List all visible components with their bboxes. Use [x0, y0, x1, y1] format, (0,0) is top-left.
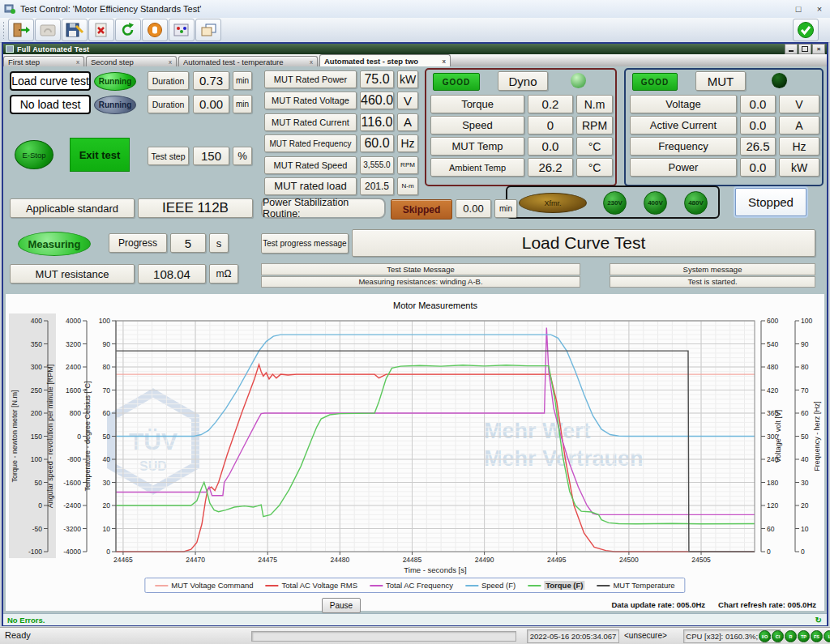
legend-item-speed-f-[interactable]: Speed (F) — [465, 581, 516, 590]
toolbar-exit-door-button[interactable] — [8, 19, 34, 41]
toolbar-save-button[interactable] — [62, 19, 88, 41]
toolbar-windows-button[interactable] — [195, 19, 221, 41]
svg-text:Frequency - herz [Hz]: Frequency - herz [Hz] — [813, 401, 821, 471]
legend-swatch — [370, 585, 383, 586]
svg-text:24465: 24465 — [113, 556, 133, 564]
tab-automated-test-temperature[interactable]: Automated test - temperaturex — [178, 56, 318, 66]
chart-canvas[interactable]: TÜVSÜDMehr WertMehr Vertrauen40035030025… — [6, 294, 824, 576]
rated-row-4-unit: RPM — [397, 156, 418, 174]
confirm-button[interactable] — [793, 19, 819, 41]
xfmr-indicator: Xfmr. — [519, 193, 587, 213]
mut-group: GOOD MUT Voltage0.0VActive Current0.0AFr… — [624, 68, 824, 186]
test-state-message-label: Test State Message — [261, 263, 580, 275]
series-torque-f- — [116, 365, 755, 524]
close-button[interactable]: × — [809, 1, 830, 17]
mut-row-1-value: 0.0 — [740, 116, 776, 134]
svg-text:80: 80 — [801, 363, 809, 371]
legend-swatch — [155, 585, 168, 586]
legend-swatch — [597, 585, 610, 586]
mut-resistance-unit: mΩ — [209, 264, 238, 284]
svg-text:40: 40 — [103, 455, 111, 463]
svg-text:540: 540 — [767, 340, 778, 348]
dyno-row-0-unit: N.m — [576, 95, 613, 113]
mut-row-3-value: 0.0 — [740, 158, 776, 177]
legend-item-torque-f-[interactable]: Torque (F) — [528, 581, 584, 590]
svg-text:20: 20 — [801, 501, 809, 510]
xfmr-tap-400v-led: 400V — [644, 191, 667, 215]
legend-item-total-ac-frequency[interactable]: Total AC Frequency — [370, 581, 453, 590]
mut-row-0: Voltage0.0V — [630, 95, 819, 113]
rated-row-1-label: MUT Rated Voltage — [264, 92, 357, 109]
exit-test-button[interactable]: Exit test — [70, 138, 130, 172]
svg-text:-800: -800 — [67, 455, 81, 463]
legend-swatch — [528, 585, 541, 586]
toolbar-stop-hand-button[interactable] — [142, 19, 168, 41]
delete-icon — [92, 22, 111, 38]
indicator-io: I/O — [759, 630, 771, 642]
no-load-duration-value: 0.00 — [193, 95, 229, 113]
dyno-row-0-value: 0.2 — [528, 95, 573, 113]
mut-row-1-unit: A — [779, 116, 819, 134]
revert-icon — [38, 22, 58, 38]
legend-item-mut-temperature[interactable]: MUT Temperature — [597, 581, 674, 590]
toolbar-revert-button[interactable] — [35, 19, 61, 41]
stopped-button[interactable]: Stopped — [735, 188, 806, 216]
tab-strip: First stepxSecond stepxAutomated test - … — [3, 54, 827, 66]
dyno-row-1-unit: RPM — [576, 116, 613, 134]
tab-first-step[interactable]: First stepx — [3, 56, 84, 66]
legend-item-mut-voltage-command[interactable]: MUT Voltage Command — [155, 581, 253, 590]
tab-automated-test-step-two[interactable]: Automated test - step twox — [319, 54, 451, 66]
rated-row-0-label: MUT Rated Power — [264, 70, 357, 88]
tab-second-step[interactable]: Second stepx — [86, 56, 177, 66]
chart-rates: Data update rate: 005.0Hz Chart refresh … — [611, 600, 816, 609]
svg-text:300: 300 — [31, 363, 42, 371]
error-status-text: No Errors. — [7, 616, 45, 625]
toolbar-configuration-button[interactable] — [169, 19, 195, 41]
mdi-close-button[interactable]: × — [812, 44, 825, 54]
legend-swatch — [465, 585, 478, 586]
svg-text:2400: 2400 — [66, 363, 81, 371]
stop-hand-icon — [145, 22, 165, 38]
rated-row-1: MUT Rated Voltage460.0V — [264, 92, 418, 109]
test-state-message: Test State Message Measuring resistances… — [261, 263, 580, 288]
toolbar-refresh-button[interactable] — [115, 19, 141, 41]
application-window: Test Control: 'Motor Efficiency Standard… — [0, 0, 830, 644]
xfmr-tap-480v-led: 480V — [684, 191, 708, 215]
mdi-minimize-button[interactable] — [785, 44, 798, 54]
svg-text:1600: 1600 — [66, 386, 81, 395]
tab-close-icon[interactable]: x — [76, 58, 79, 66]
svg-text:3200: 3200 — [66, 340, 81, 348]
mut-good-badge: GOOD — [632, 73, 678, 91]
pause-button[interactable]: Pause — [322, 598, 361, 613]
svg-text:0: 0 — [77, 433, 81, 441]
system-message-value: Test is started. — [610, 276, 815, 288]
svg-text:10: 10 — [801, 525, 809, 533]
stabilization-status-badge: Skipped — [391, 199, 452, 220]
svg-text:180: 180 — [767, 479, 778, 487]
svg-text:Motor Measurements: Motor Measurements — [393, 301, 477, 310]
svg-text:0: 0 — [767, 548, 771, 556]
rated-row-3-value: 60.0 — [360, 134, 394, 152]
maximize-button[interactable]: □ — [788, 1, 809, 17]
no-load-test-button[interactable]: No load test — [10, 95, 91, 114]
refresh-errors-icon[interactable]: ↻ — [815, 616, 822, 625]
load-curve-test-button[interactable]: Load curve test — [10, 71, 91, 91]
stabilization-value: 0.00 — [456, 199, 491, 218]
toolbar-grip[interactable] — [2, 21, 6, 39]
mut-readouts: Voltage0.0VActive Current0.0AFrequency26… — [630, 95, 819, 177]
svg-text:24480: 24480 — [331, 556, 350, 564]
window-title: Test Control: 'Motor Efficiency Standard… — [20, 4, 201, 14]
dyno-row-2-value: 0.0 — [528, 137, 573, 156]
toolbar-delete-button[interactable] — [88, 19, 114, 41]
motor-measurements-chart: TÜVSÜDMehr WertMehr Vertrauen40035030025… — [6, 294, 824, 611]
tab-close-icon[interactable]: x — [169, 58, 172, 66]
ready-status: Ready — [5, 630, 31, 640]
tab-close-icon[interactable]: x — [443, 58, 446, 65]
mut-row-2-unit: Hz — [779, 137, 819, 156]
estop-button[interactable]: E-Stop — [15, 140, 53, 169]
mdi-restore-button[interactable] — [798, 44, 811, 54]
tab-close-icon[interactable]: x — [310, 58, 313, 66]
dyno-row-1: Speed0RPM — [430, 116, 613, 134]
status-bar: Ready 2022-05-16 20:05:34.067 <unsecure>… — [0, 627, 830, 644]
legend-item-total-ac-voltage-rms[interactable]: Total AC Voltage RMS — [266, 581, 357, 590]
